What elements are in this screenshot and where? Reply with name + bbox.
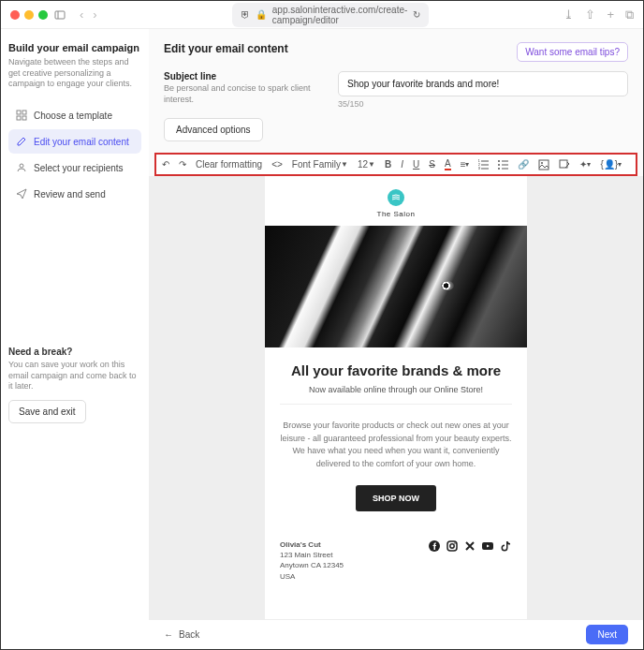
step-edit-content[interactable]: Edit your email content — [8, 129, 141, 154]
facebook-icon[interactable] — [428, 539, 441, 553]
instagram-icon[interactable] — [446, 539, 459, 553]
nav-forward-icon[interactable]: › — [93, 7, 96, 22]
step-select-recipients[interactable]: Select your recipients — [8, 155, 141, 180]
shop-now-button[interactable]: SHOP NOW — [356, 485, 436, 511]
email-canvas[interactable]: The Salon All your favorite brands & mor… — [149, 176, 643, 621]
arrow-left-icon: ← — [164, 629, 173, 640]
save-exit-button[interactable]: Save and exit — [8, 400, 86, 423]
youtube-icon[interactable] — [481, 539, 494, 553]
social-icons — [428, 539, 512, 553]
refresh-icon[interactable]: ↻ — [413, 9, 420, 20]
svg-text:3: 3 — [478, 167, 480, 170]
shield-icon: ⛨ — [241, 9, 250, 20]
undo-icon[interactable]: ↶ — [160, 158, 171, 170]
window-controls[interactable] — [10, 10, 48, 20]
strikethrough-icon[interactable]: S — [427, 158, 437, 170]
pencil-icon — [16, 136, 27, 147]
email-headline[interactable]: All your favorite brands & more — [280, 362, 512, 378]
x-twitter-icon[interactable] — [463, 539, 476, 553]
maximize-window-icon[interactable] — [38, 10, 48, 20]
tabs-icon[interactable]: ⧉ — [625, 7, 634, 22]
email-tips-button[interactable]: Want some email tips? — [517, 42, 628, 62]
hero-image[interactable] — [265, 226, 527, 347]
editor-toolbar: ↶ ↷ Clear formatting <> Font Family ▼ 12… — [154, 153, 637, 176]
download-icon[interactable]: ⤓ — [564, 7, 574, 22]
redo-icon[interactable]: ↷ — [177, 158, 188, 170]
template-icon — [16, 110, 27, 121]
ordered-list-icon[interactable]: 123 — [476, 158, 490, 170]
text-color-icon[interactable]: A — [443, 157, 453, 171]
step-label: Select your recipients — [34, 163, 124, 173]
advanced-options-button[interactable]: Advanced options — [164, 118, 263, 141]
users-icon — [16, 162, 27, 173]
next-button[interactable]: Next — [586, 625, 628, 644]
browser-titlebar: ‹ › ⛨ 🔒 app.saloninteractive.com/create-… — [1, 1, 643, 29]
unordered-list-icon[interactable] — [496, 158, 510, 170]
break-description: You can save your work on this email cam… — [8, 360, 141, 392]
step-label: Choose a template — [34, 111, 112, 121]
svg-rect-4 — [17, 116, 21, 120]
svg-point-6 — [20, 164, 23, 168]
subject-help: Be personal and concise to spark client … — [164, 83, 325, 105]
align-icon[interactable]: ≡▾ — [459, 158, 472, 170]
sidebar-title: Build your email campaign — [8, 42, 141, 53]
tiktok-icon[interactable] — [499, 539, 512, 553]
svg-point-24 — [450, 544, 454, 548]
svg-point-17 — [498, 168, 500, 170]
nav-back-icon[interactable]: ‹ — [80, 7, 83, 22]
bottom-bar: ← Back Next — [149, 619, 643, 649]
svg-point-25 — [454, 542, 456, 544]
font-family-select[interactable]: Font Family ▼ — [290, 158, 350, 170]
close-window-icon[interactable] — [10, 10, 20, 20]
email-paragraph[interactable]: Browse your favorite products or check o… — [280, 420, 512, 470]
subject-label: Subject line — [164, 71, 325, 81]
page-title: Edit your email content — [164, 42, 288, 55]
sidebar-description: Navigate between the steps and get creat… — [8, 57, 141, 90]
sidebar-toggle-icon[interactable] — [53, 8, 66, 22]
break-title: Need a break? — [8, 347, 141, 357]
lock-icon: 🔒 — [256, 9, 267, 20]
business-address[interactable]: Olivia's Cut 123 Main Street Anytown CA … — [280, 539, 344, 582]
svg-rect-2 — [17, 111, 21, 114]
subject-input[interactable]: Shop your favorite brands and more! — [338, 71, 628, 96]
svg-point-15 — [498, 164, 500, 166]
clear-formatting-button[interactable]: Clear formatting — [194, 158, 264, 170]
brand-logo-icon — [388, 189, 404, 206]
svg-point-20 — [541, 162, 543, 164]
svg-point-13 — [498, 160, 500, 162]
svg-rect-5 — [22, 116, 26, 120]
main-content: Edit your email content Want some email … — [149, 29, 643, 621]
italic-icon[interactable]: I — [399, 158, 405, 170]
brand-name: The Salon — [265, 210, 527, 218]
back-button[interactable]: ← Back — [164, 629, 199, 640]
personalization-icon[interactable]: {👤}▾ — [598, 158, 623, 170]
send-icon — [16, 188, 27, 199]
url-text: app.saloninteractive.com/create-campaign… — [272, 5, 408, 25]
share-icon[interactable]: ⇧ — [585, 7, 595, 22]
bold-icon[interactable]: B — [383, 158, 393, 170]
minimize-window-icon[interactable] — [24, 10, 34, 20]
divider — [280, 404, 512, 405]
underline-icon[interactable]: U — [411, 158, 421, 170]
email-subheadline[interactable]: Now available online through our Online … — [280, 385, 512, 394]
step-label: Review and send — [34, 189, 106, 199]
step-review-send[interactable]: Review and send — [8, 182, 141, 206]
code-view-icon[interactable]: <> — [270, 158, 285, 170]
email-preview: The Salon All your favorite brands & mor… — [265, 176, 527, 621]
svg-rect-0 — [55, 11, 65, 19]
new-tab-icon[interactable]: + — [607, 7, 614, 22]
font-size-select[interactable]: 12 ▼ — [356, 158, 377, 170]
svg-rect-3 — [22, 111, 26, 114]
url-bar[interactable]: ⛨ 🔒 app.saloninteractive.com/create-camp… — [232, 3, 429, 27]
character-counter: 35/150 — [338, 99, 628, 109]
link-icon[interactable]: 🔗 — [516, 158, 531, 170]
step-choose-template[interactable]: Choose a template — [8, 103, 141, 127]
step-label: Edit your email content — [34, 137, 129, 147]
svg-rect-19 — [539, 160, 549, 170]
image-edit-icon[interactable] — [557, 158, 572, 171]
sidebar: Build your email campaign Navigate betwe… — [1, 29, 149, 621]
ai-sparkle-icon[interactable]: ✦▾ — [578, 158, 593, 170]
image-icon[interactable] — [536, 158, 551, 171]
